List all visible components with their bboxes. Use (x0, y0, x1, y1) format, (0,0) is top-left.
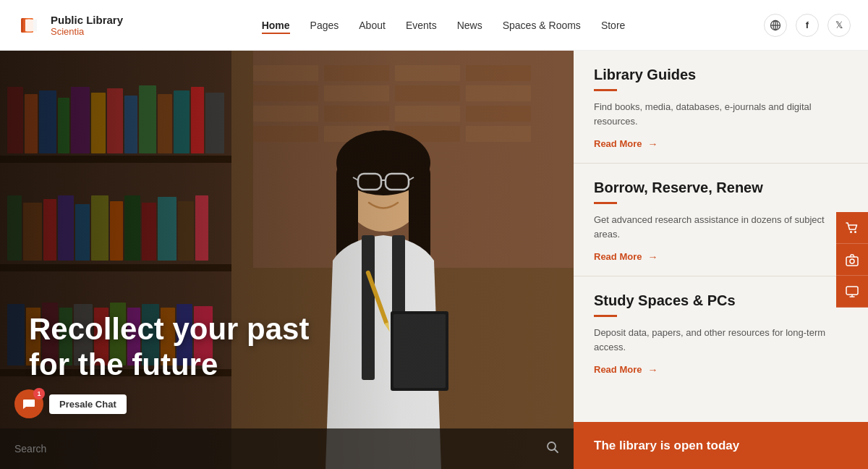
hero-headline-line2: for the future (29, 347, 218, 381)
logo-icon (17, 12, 43, 38)
globe-icon (770, 20, 781, 31)
right-panel: Library Guides Find books, media, databa… (574, 51, 868, 469)
cart-icon (845, 221, 859, 235)
chat-icon-button[interactable]: 1 (14, 389, 43, 418)
monitor-side-icon-btn[interactable] (836, 276, 868, 308)
library-guides-read-more[interactable]: Read More → (594, 138, 658, 150)
logo-title: Public Library (51, 14, 123, 26)
study-spaces-card: Study Spaces & PCs Deposit data, papers,… (574, 276, 868, 389)
borrow-reserve-desc: Get advanced research assistance in doze… (594, 213, 848, 241)
logo[interactable]: Public Library Scientia (17, 12, 123, 38)
study-spaces-underline (594, 315, 617, 317)
borrow-reserve-read-more[interactable]: Read More → (594, 251, 658, 263)
svg-line-84 (555, 449, 558, 453)
facebook-icon-btn[interactable]: f (796, 14, 819, 37)
borrow-reserve-underline (594, 202, 617, 204)
nav-home[interactable]: Home (262, 20, 290, 31)
twitter-icon: 𝕏 (835, 20, 843, 30)
camera-side-icon-btn[interactable] (836, 244, 868, 276)
search-icon (546, 441, 559, 457)
library-guides-underline (594, 89, 617, 91)
nav-news[interactable]: News (457, 20, 482, 31)
study-spaces-desc: Deposit data, papers, and other resource… (594, 326, 848, 354)
nav-social-icons: f 𝕏 (764, 14, 851, 37)
monitor-icon (845, 284, 859, 299)
main-container: Recollect your past for the future 1 Pre… (0, 51, 868, 469)
chat-widget: 1 Presale Chat (14, 389, 127, 418)
logo-subtitle: Scientia (51, 26, 123, 37)
library-guides-title: Library Guides (594, 67, 848, 83)
svg-rect-89 (846, 287, 858, 295)
read-more-arrow-3: → (647, 364, 658, 376)
nav-about[interactable]: About (359, 20, 386, 31)
camera-icon (845, 253, 859, 267)
svg-rect-87 (846, 257, 858, 266)
nav-spaces-rooms[interactable]: Spaces & Rooms (503, 20, 581, 31)
facebook-icon: f (806, 20, 809, 30)
borrow-reserve-card: Borrow, Reserve, Renew Get advanced rese… (574, 164, 868, 276)
chat-badge: 1 (33, 388, 45, 400)
logo-text: Public Library Scientia (51, 14, 123, 37)
hero-headline: Recollect your past for the future (29, 312, 309, 382)
chat-label[interactable]: Presale Chat (49, 394, 127, 414)
main-nav: Home Pages About Events News Spaces & Ro… (262, 20, 626, 31)
site-header: Public Library Scientia Home Pages About… (0, 0, 868, 51)
nav-events[interactable]: Events (406, 20, 437, 31)
bottom-teaser: The library is open today (574, 422, 868, 469)
svg-point-86 (854, 231, 856, 233)
cart-side-icon-btn[interactable] (836, 212, 868, 244)
library-guides-card: Library Guides Find books, media, databa… (574, 51, 868, 164)
globe-icon-btn[interactable] (764, 14, 787, 37)
library-guides-desc: Find books, media, databases, e-journals… (594, 100, 848, 128)
search-input[interactable] (14, 443, 539, 455)
svg-point-85 (850, 231, 852, 233)
twitter-icon-btn[interactable]: 𝕏 (827, 14, 851, 37)
study-spaces-title: Study Spaces & PCs (594, 292, 848, 309)
nav-store[interactable]: Store (601, 20, 625, 31)
side-floating-icons (836, 212, 868, 308)
bottom-teaser-text: The library is open today (594, 439, 739, 453)
svg-point-88 (850, 259, 854, 263)
read-more-arrow-2: → (647, 251, 658, 263)
read-more-arrow-1: → (647, 138, 658, 150)
hero-section: Recollect your past for the future 1 Pre… (0, 51, 574, 469)
chat-icon (22, 397, 36, 411)
borrow-reserve-title: Borrow, Reserve, Renew (594, 179, 848, 196)
study-spaces-read-more[interactable]: Read More → (594, 364, 658, 376)
nav-pages[interactable]: Pages (310, 20, 339, 31)
hero-text-block: Recollect your past for the future (29, 312, 309, 382)
hero-headline-line1: Recollect your past (29, 312, 309, 346)
search-bar (0, 428, 574, 469)
library-cards: Library Guides Find books, media, databa… (574, 51, 868, 422)
